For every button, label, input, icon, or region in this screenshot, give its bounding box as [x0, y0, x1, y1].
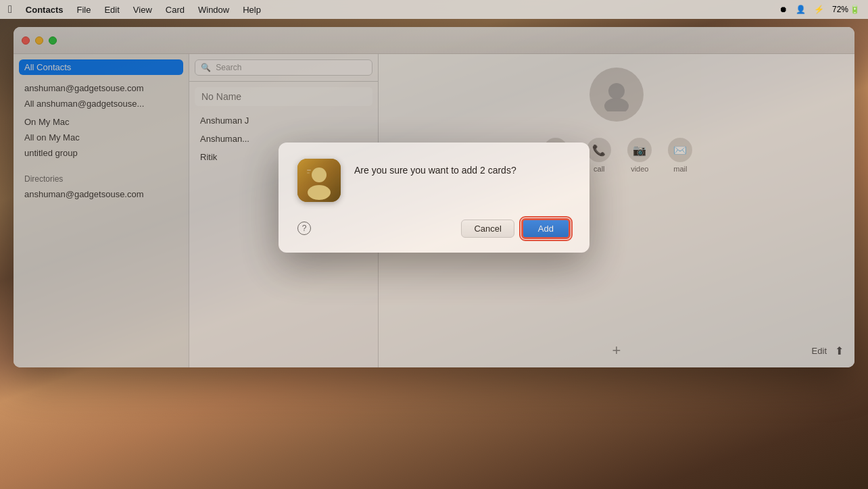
modal-overlay: Are you sure you want to add 2 cards? ? … — [14, 27, 854, 367]
screen-record-icon: ⏺ — [779, 5, 788, 14]
menubar-help[interactable]: Help — [237, 3, 266, 16]
battery-indicator: 72% 🔋 — [832, 5, 860, 14]
contacts-app-icon — [297, 159, 341, 202]
menubar-file[interactable]: File — [71, 3, 96, 16]
add-button[interactable]: Add — [521, 218, 571, 239]
menubar-app-name[interactable]: Contacts — [20, 3, 69, 16]
dialog-body: Are you sure you want to add 2 cards? — [297, 159, 571, 202]
contacts-icon-svg — [297, 159, 341, 202]
svg-point-5 — [308, 185, 331, 200]
dialog-buttons: Cancel Add — [461, 218, 571, 239]
apple-menu[interactable]:  — [8, 3, 12, 16]
user-icon: 👤 — [796, 5, 806, 14]
dialog-message: Are you sure you want to add 2 cards? — [354, 159, 516, 178]
menubar-card[interactable]: Card — [160, 3, 190, 16]
menubar-view[interactable]: View — [128, 3, 158, 16]
svg-rect-6 — [307, 170, 311, 171]
battery-percent: 72% — [832, 5, 848, 14]
contacts-window: All Contacts anshuman@gadgetsouse.com Al… — [14, 27, 854, 367]
bluetooth-icon: ⚡ — [814, 5, 824, 14]
menubar:  Contacts File Edit View Card Window He… — [0, 0, 868, 19]
confirm-dialog: Are you sure you want to add 2 cards? ? … — [279, 143, 589, 253]
help-button[interactable]: ? — [297, 222, 311, 235]
cancel-button[interactable]: Cancel — [461, 220, 514, 238]
menubar-edit[interactable]: Edit — [99, 3, 124, 16]
menubar-right: ⏺ 👤 ⚡ 72% 🔋 — [779, 5, 860, 14]
battery-icon: 🔋 — [850, 5, 860, 14]
dialog-footer: ? Cancel Add — [297, 218, 571, 239]
menubar-window[interactable]: Window — [193, 3, 235, 16]
svg-rect-7 — [307, 172, 310, 174]
svg-point-4 — [312, 168, 327, 182]
